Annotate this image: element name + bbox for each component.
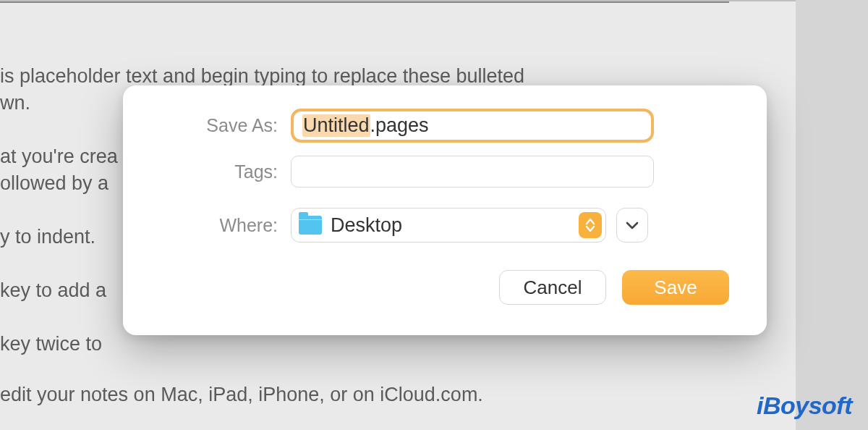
tags-field[interactable]: [291, 156, 654, 187]
updown-stepper-icon[interactable]: [579, 212, 602, 238]
window-edge: [796, 0, 868, 430]
expand-button[interactable]: [616, 208, 648, 243]
chevron-down-icon: [626, 221, 639, 229]
doc-text-line: y to indent.: [0, 224, 95, 250]
save-as-label: Save As:: [153, 115, 291, 136]
save-button[interactable]: Save: [622, 270, 729, 305]
doc-text-line: wn.: [0, 90, 30, 116]
doc-text-line: ollowed by a: [0, 170, 109, 196]
doc-text-line: key twice to: [0, 331, 102, 357]
doc-text-line: key to add a: [0, 277, 106, 303]
filename-extension: .pages: [370, 114, 429, 137]
doc-text-line: at you're crea: [0, 143, 118, 169]
cancel-button[interactable]: Cancel: [499, 270, 606, 305]
filename-selected: Untitled: [302, 114, 370, 137]
tags-label: Tags:: [153, 161, 291, 182]
folder-icon: [299, 216, 322, 235]
where-value: Desktop: [331, 214, 402, 237]
watermark-logo: iBoysoft: [757, 392, 852, 420]
save-dialog: Save As: Untitled.pages Tags: Where: Des…: [123, 85, 767, 335]
where-select[interactable]: Desktop: [291, 208, 606, 243]
doc-text-line: edit your notes on Mac, iPad, iPhone, or…: [0, 381, 483, 408]
where-label: Where:: [153, 215, 291, 236]
save-as-field[interactable]: Untitled.pages: [291, 109, 654, 143]
